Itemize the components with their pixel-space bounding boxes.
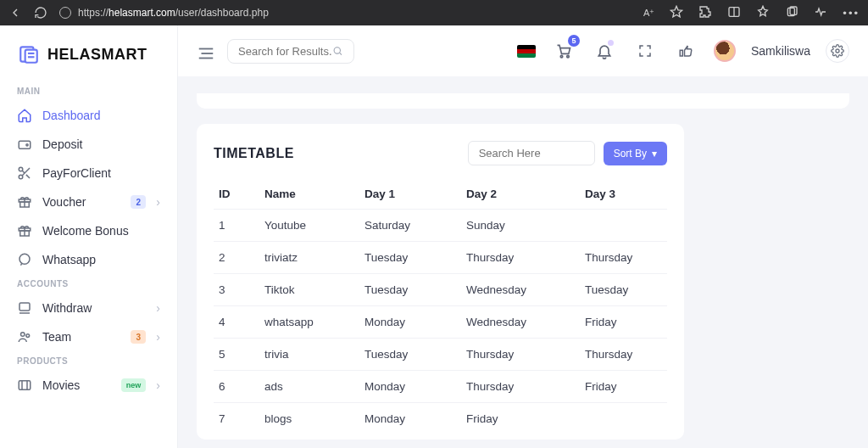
svg-line-14 (22, 171, 25, 173)
thumbs-up-icon[interactable] (673, 38, 698, 64)
team-badge: 3 (131, 330, 146, 344)
settings-icon[interactable] (826, 39, 849, 63)
col-id: ID (214, 179, 259, 210)
cell-d3: Friday (580, 371, 667, 403)
notifications-icon[interactable] (592, 38, 617, 64)
sidebar-item-whatsapp[interactable]: Whatsapp (0, 245, 177, 274)
cell-d3: Thursday (580, 339, 667, 371)
table-row: 2triviatzTuesdayThursdayThursday (214, 242, 667, 274)
nav-label: Team (42, 330, 120, 344)
section-accounts: ACCOUNTS (0, 274, 177, 294)
extensions-icon[interactable] (698, 5, 712, 21)
refresh-button[interactable] (34, 6, 47, 20)
favorites-bar-icon[interactable] (756, 5, 770, 21)
cell-d2: Friday (461, 403, 580, 435)
table-search[interactable] (468, 141, 595, 165)
table-header-row: ID Name Day 1 Day 2 Day 3 (214, 179, 667, 210)
cell-name: triviatz (259, 242, 359, 274)
fullscreen-icon[interactable] (632, 38, 658, 64)
sidebar-item-movies[interactable]: Movies new › (0, 371, 177, 400)
logo-icon (17, 42, 41, 66)
sidebar-item-welcome-bonus[interactable]: Welcome Bonus (0, 216, 177, 245)
cart-badge: 5 (568, 35, 580, 47)
svg-point-25 (26, 334, 30, 338)
sidebar-item-voucher[interactable]: Voucher 2 › (0, 188, 177, 216)
cell-id: 5 (214, 339, 259, 371)
nav-label: Dashboard (42, 109, 160, 122)
sidebar-item-deposit[interactable]: Deposit (0, 130, 177, 159)
cell-id: 3 (214, 274, 259, 306)
cell-name: Tiktok (259, 274, 359, 306)
sidebar-item-dashboard[interactable]: Dashboard (0, 101, 177, 130)
notification-dot (608, 40, 614, 46)
table-row: 1YoutubeSaturdaySunday (214, 210, 667, 242)
logo-text: HELASMART (47, 46, 147, 64)
cell-d1: Tuesday (359, 339, 461, 371)
read-aloud-icon[interactable]: A⁺ (643, 8, 654, 19)
gift-icon (17, 223, 32, 238)
svg-point-24 (21, 333, 25, 337)
cell-d3: Tuesday (580, 274, 667, 306)
sidebar-item-payforclient[interactable]: PayForClient (0, 159, 177, 188)
collections-icon[interactable] (785, 5, 798, 21)
svg-point-35 (567, 55, 570, 58)
cell-d1: Tuesday (359, 274, 461, 306)
team-icon (17, 329, 32, 344)
svg-point-9 (26, 144, 28, 146)
home-icon (17, 108, 32, 123)
more-icon[interactable]: ••• (843, 7, 860, 20)
menu-toggle-icon[interactable] (197, 44, 215, 58)
svg-point-36 (836, 49, 839, 53)
nav-label: Whatsapp (42, 253, 160, 266)
cell-name: blogs (259, 403, 359, 435)
health-icon[interactable] (814, 5, 827, 21)
nav-label: Voucher (42, 195, 120, 209)
cell-d3: Friday (580, 306, 667, 339)
cell-d2: Sunday (461, 210, 580, 242)
cell-d1: Monday (359, 403, 461, 435)
back-button[interactable] (8, 6, 22, 20)
site-info-icon[interactable] (59, 7, 71, 19)
user-name[interactable]: Samkiliswa (751, 44, 810, 58)
cell-d1: Saturday (359, 210, 461, 242)
browser-chrome: https://helasmart.com/user/dashboard.php… (0, 0, 868, 25)
avatar[interactable] (714, 40, 736, 62)
svg-rect-22 (19, 303, 30, 311)
country-flag-icon[interactable] (517, 45, 536, 58)
svg-line-33 (340, 53, 342, 54)
cart-icon[interactable]: 5 (551, 38, 576, 64)
sidebar-item-team[interactable]: Team 3 › (0, 322, 177, 351)
cell-name: ads (259, 371, 359, 403)
sidebar: HELASMART MAIN Dashboard Deposit PayForC… (0, 25, 178, 448)
movies-badge: new (121, 378, 147, 392)
cell-d2: Wednesday (461, 274, 580, 306)
timetable-card: TIMETABLE Sort By ▾ ID Name Day 1 (197, 124, 684, 440)
nav-label: Withdraw (42, 301, 146, 315)
cell-d3 (580, 403, 667, 435)
sort-button[interactable]: Sort By ▾ (604, 142, 667, 165)
nav-label: Welcome Bonus (42, 224, 160, 238)
search-input[interactable] (238, 45, 332, 58)
address-bar[interactable]: https://helasmart.com/user/dashboard.php (59, 7, 269, 19)
logo[interactable]: HELASMART (0, 34, 177, 81)
col-day3: Day 3 (580, 179, 667, 210)
split-screen-icon[interactable] (727, 5, 741, 21)
cell-id: 4 (214, 306, 259, 339)
svg-line-13 (26, 175, 30, 178)
global-search[interactable] (227, 39, 354, 64)
cell-name: Youtube (259, 210, 359, 242)
nav-label: Movies (42, 378, 111, 392)
cell-name: whatsapp (259, 306, 359, 339)
chevron-right-icon: › (156, 195, 160, 209)
cell-d3: Thursday (580, 242, 667, 274)
sidebar-item-withdraw[interactable]: Withdraw › (0, 294, 177, 322)
svg-point-11 (19, 175, 23, 179)
table-row: 7blogsMondayFriday (214, 403, 667, 435)
footer: Copyright © BestTech. Designed with ❤ by… (197, 440, 849, 448)
favorite-icon[interactable] (670, 5, 683, 21)
chevron-right-icon: › (156, 301, 160, 315)
table-search-input[interactable] (479, 147, 584, 160)
cell-name: trivia (259, 339, 359, 371)
section-products: PRODUCTS (0, 351, 177, 371)
col-name: Name (259, 179, 359, 210)
